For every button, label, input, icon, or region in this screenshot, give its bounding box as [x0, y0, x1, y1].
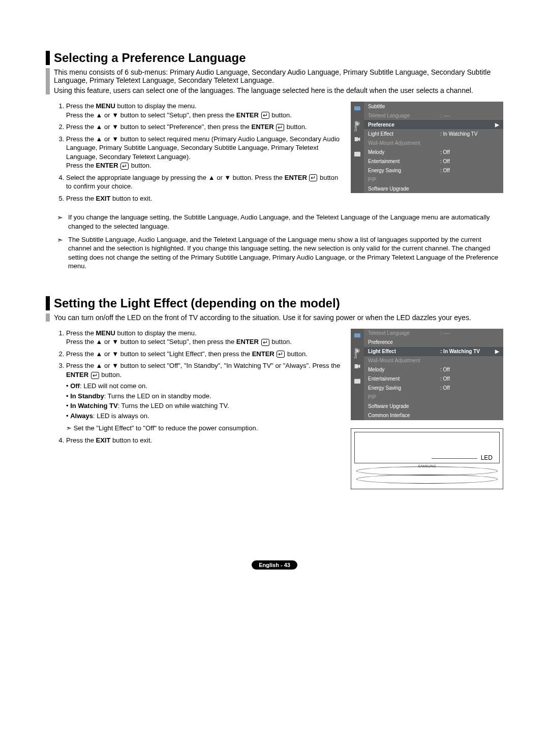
application-icon — [353, 150, 361, 159]
enter-icon: ↵ — [276, 124, 284, 131]
osd-rows: SubtitleTeletext Language: ----Preferenc… — [364, 102, 503, 193]
heading-row: Setting the Light Effect (depending on t… — [46, 296, 503, 310]
osd-row[interactable]: Melody: Off — [364, 147, 503, 156]
osd-row-label: Teletext Language — [368, 113, 437, 118]
option-item: In Standby: Turns the LED on in standby … — [66, 391, 342, 401]
osd-row[interactable]: Teletext Language: ---- — [364, 329, 503, 338]
chevron-right-icon: ▶ — [494, 122, 499, 128]
intro-block: You can turn on/off the LED on the front… — [46, 313, 503, 322]
osd-row-value: : ---- — [440, 113, 491, 118]
input-icon — [353, 135, 361, 143]
step-item: Press the ▲ or ▼ button to select "Light… — [66, 350, 342, 359]
osd-row-label: Energy Saving — [368, 168, 437, 173]
osd-row-label: Wall-Mount Adjustment — [368, 358, 437, 363]
osd-row[interactable]: PIP — [364, 393, 503, 402]
osd-row[interactable]: Light Effect: In Watching TV — [364, 129, 503, 138]
osd-row[interactable]: Preference▶ — [364, 120, 503, 129]
intro-paragraph: Using this feature, users can select one… — [54, 86, 503, 94]
option-item: In Watching TV: Turns the LED on while w… — [66, 401, 342, 411]
section-preference-language: Selecting a Preference Language This men… — [46, 51, 503, 271]
osd-row[interactable]: Energy Saving: Off — [364, 166, 503, 175]
step-item: Press the ▲ or ▼ button to select "Off",… — [66, 361, 342, 433]
step-item: Press the MENU button to display the men… — [66, 102, 342, 119]
tv-stand — [356, 466, 498, 484]
step-item: Press the EXIT button to exit. — [66, 436, 342, 445]
step-item: Press the ▲ or ▼ button to select "Prefe… — [66, 122, 342, 132]
osd-row-value: : Off — [440, 376, 491, 382]
intro-paragraph: This menu consists of 6 sub-menus: Prima… — [54, 68, 503, 84]
picture-icon — [353, 105, 361, 113]
osd-row[interactable]: PIP — [364, 175, 503, 184]
section-heading: Setting the Light Effect (depending on t… — [54, 296, 340, 310]
page-footer: English - 43 — [46, 560, 503, 570]
enter-icon: ↵ — [91, 372, 99, 379]
osd-row-label: Preference — [368, 339, 437, 345]
osd-row-label: PIP — [368, 177, 437, 182]
enter-icon: ↵ — [120, 163, 129, 170]
osd-row-value: : In Watching TV — [440, 131, 491, 137]
step-item: Press the EXIT button to exit. — [66, 194, 342, 203]
osd-rows: Teletext Language: ----PreferenceLight E… — [364, 329, 503, 420]
osd-row[interactable]: Subtitle — [364, 102, 503, 111]
options-list: Off: LED will not come on. In Standby: T… — [66, 381, 342, 421]
osd-row-label: Melody — [368, 149, 437, 155]
section-light-effect: Setting the Light Effect (depending on t… — [46, 296, 503, 489]
step-item: Press the ▲ or ▼ button to select requir… — [66, 135, 342, 170]
osd-row-label: Subtitle — [368, 104, 437, 109]
osd-row-label: Energy Saving — [368, 385, 437, 391]
page-number-pill: English - 43 — [252, 560, 297, 570]
heading-row: Selecting a Preference Language — [46, 51, 503, 65]
osd-row[interactable]: Entertainment: Off — [364, 156, 503, 166]
enter-icon: ↵ — [261, 112, 269, 119]
svg-rect-0 — [354, 106, 360, 110]
svg-rect-2 — [354, 152, 360, 156]
enter-icon: ↵ — [277, 351, 285, 358]
steps-list: Press the MENU button to display the men… — [46, 102, 342, 203]
svg-rect-3 — [354, 333, 360, 337]
step-item: Select the appropriate language by press… — [66, 173, 342, 191]
osd-row[interactable]: Common Interface — [364, 411, 503, 420]
option-item: Always: LED is always on. — [66, 411, 342, 421]
osd-row[interactable]: Teletext Language: ---- — [364, 111, 503, 120]
osd-row[interactable]: Software Upgrade — [364, 402, 503, 411]
osd-row-label: Wall-Mount Adjustment — [368, 140, 437, 146]
osd-sidebar: Setup — [351, 329, 364, 420]
osd-row-value: : Off — [440, 168, 491, 173]
osd-row-value: : Off — [440, 367, 491, 372]
osd-row[interactable]: Software Upgrade — [364, 184, 503, 193]
input-icon — [353, 362, 361, 370]
osd-row-value: : Off — [440, 159, 491, 164]
application-icon — [353, 377, 361, 386]
heading-accent-bar — [46, 296, 50, 310]
enter-icon: ↵ — [309, 174, 317, 181]
osd-row[interactable]: Preference — [364, 338, 503, 347]
osd-row[interactable]: Wall-Mount Adjustment — [364, 356, 503, 365]
intro-accent-bar — [46, 313, 50, 322]
osd-row[interactable]: Energy Saving: Off — [364, 384, 503, 393]
section-heading: Selecting a Preference Language — [54, 51, 246, 65]
heading-accent-bar — [46, 51, 50, 65]
intro-block: This menu consists of 6 sub-menus: Prima… — [46, 68, 503, 94]
osd-row[interactable]: Entertainment: Off — [364, 374, 503, 384]
osd-row[interactable]: Melody: Off — [364, 365, 503, 374]
osd-row-label: Entertainment — [368, 159, 437, 164]
osd-menu-preference: Setup SubtitleTeletext Language: ----Pre… — [351, 102, 503, 193]
osd-row[interactable]: Light Effect: In Watching TV▶ — [364, 347, 503, 356]
tv-diagram: SAMSUNG LED — [351, 428, 503, 489]
svg-rect-5 — [354, 379, 360, 383]
osd-row-label: Entertainment — [368, 376, 437, 382]
enter-icon: ↵ — [261, 339, 269, 346]
osd-sidebar: Setup — [351, 102, 364, 193]
notes-list: If you change the language setting, the … — [57, 213, 503, 270]
osd-row-label: Light Effect — [368, 349, 437, 354]
osd-row[interactable]: Wall-Mount Adjustment — [364, 138, 503, 147]
osd-row-label: Teletext Language — [368, 330, 437, 336]
osd-side-label: Setup — [353, 121, 358, 132]
osd-row-value: : ---- — [440, 330, 491, 336]
picture-icon — [353, 332, 361, 340]
osd-row-label: Software Upgrade — [368, 186, 437, 192]
option-item: Off: LED will not come on. — [66, 381, 342, 391]
note-item: The Subtitle Language, Audio Language, a… — [57, 235, 503, 271]
tv-led-label: LED — [481, 454, 493, 461]
osd-row-label: Preference — [368, 122, 437, 128]
